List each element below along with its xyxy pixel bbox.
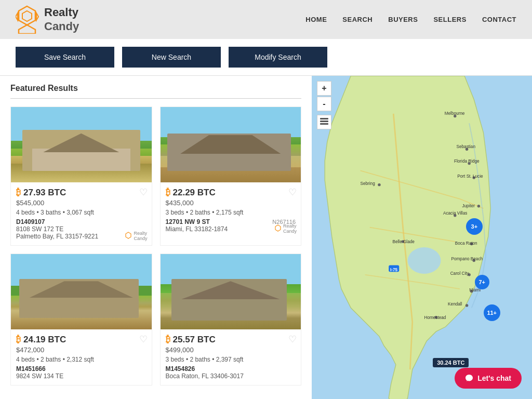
listing-mls-3: M1451666	[16, 365, 147, 373]
layers-icon	[320, 118, 328, 126]
map-svg: Melbourne Sebastian Florida Ridge Sebrin…	[312, 76, 532, 399]
chat-icon	[465, 374, 473, 382]
listing-mls-1: D1409107	[16, 218, 147, 225]
svg-marker-2	[19, 25, 35, 34]
listing-image-4	[161, 254, 301, 329]
map-controls: + -	[317, 81, 331, 129]
listing-info-2: ₿ 22.29 BTC ♡ $435,000 3 beds • 2 baths …	[161, 182, 301, 238]
svg-point-12	[378, 183, 380, 186]
svg-text:Carol City: Carol City	[450, 271, 470, 276]
svg-point-21	[466, 304, 468, 307]
listings-grid: ₿ 27.93 BTC ♡ $545,000 4 beds • 3 baths …	[10, 107, 301, 385]
listing-details-1: 4 beds • 3 baths • 3,067 sqft	[16, 209, 147, 216]
nav-sellers[interactable]: SELLERS	[433, 16, 466, 23]
svg-marker-1	[22, 11, 32, 21]
btc-price-1: ₿ 27.93 BTC	[16, 188, 147, 198]
svg-marker-4	[36, 13, 38, 20]
listings-panel: Featured Results ₿ 27.93 BTC ♡ $545,000	[0, 76, 312, 399]
realty-watermark-1: RealtyCandy	[125, 231, 147, 241]
svg-text:Acacia Villas: Acacia Villas	[443, 211, 467, 216]
listing-card-4: ₿ 25.57 BTC ♡ $499,000 3 beds • 2 baths …	[160, 254, 302, 385]
btc-price-4: ₿ 25.57 BTC	[166, 335, 296, 345]
nav-search[interactable]: SEARCH	[342, 16, 373, 23]
svg-text:Homestead: Homestead	[424, 315, 446, 320]
svg-text:Pompano Beach: Pompano Beach	[451, 257, 483, 261]
listing-card-2: ₿ 22.29 BTC ♡ $435,000 3 beds • 2 baths …	[160, 107, 302, 246]
header: Realty Candy HOME SEARCH BUYERS SELLERS …	[0, 0, 532, 39]
main-content: Featured Results ₿ 27.93 BTC ♡ $545,000	[0, 76, 532, 399]
map-cluster-3[interactable]: 11+	[484, 304, 500, 321]
svg-marker-5	[126, 232, 131, 238]
watermark-icon-1	[125, 232, 132, 240]
svg-marker-6	[275, 225, 281, 231]
divider	[10, 98, 301, 99]
map-cluster-1[interactable]: 3+	[466, 218, 483, 235]
main-nav: HOME SEARCH BUYERS SELLERS CONTACT	[305, 16, 516, 23]
listing-address-4: Boca Raton, FL 33406-3017	[166, 373, 296, 380]
listing-card-3: ₿ 24.19 BTC ♡ $472,000 4 beds • 2 baths …	[10, 254, 152, 385]
svg-text:Jupiter: Jupiter	[462, 204, 475, 208]
svg-point-8	[408, 247, 441, 274]
usd-price-1: $545,000	[16, 199, 147, 207]
nav-home[interactable]: HOME	[305, 16, 327, 23]
svg-text:Sebring: Sebring	[361, 181, 376, 186]
svg-text:Melbourne: Melbourne	[445, 111, 465, 116]
map-container: Melbourne Sebastian Florida Ridge Sebrin…	[312, 76, 532, 399]
save-search-button[interactable]: Save Search	[16, 47, 114, 68]
map-panel: Melbourne Sebastian Florida Ridge Sebrin…	[312, 76, 532, 399]
listing-mls-2: 12701 NW 9 ST	[166, 218, 210, 225]
map-cluster-2[interactable]: 7+	[475, 275, 489, 289]
svg-rect-41	[320, 123, 328, 125]
favorite-button-3[interactable]: ♡	[139, 334, 148, 345]
listing-info-4: ₿ 25.57 BTC ♡ $499,000 3 beds • 2 baths …	[161, 329, 301, 385]
listing-mls-4: M1454826	[166, 365, 296, 373]
logo-text: Realty Candy	[44, 6, 79, 33]
logo: Realty Candy	[16, 5, 79, 34]
nav-contact[interactable]: CONTACT	[482, 16, 516, 23]
svg-marker-0	[19, 6, 35, 25]
usd-price-3: $472,000	[16, 346, 147, 354]
svg-rect-39	[320, 118, 328, 119]
layers-button[interactable]	[317, 115, 331, 129]
modify-search-button[interactable]: Modify Search	[229, 47, 327, 68]
new-search-button[interactable]: New Search	[122, 47, 221, 68]
svg-text:Kendall: Kendall	[448, 302, 462, 307]
svg-text:Boca Raton: Boca Raton	[455, 241, 477, 246]
realty-watermark-2: RealtyCandy	[274, 223, 297, 234]
btc-price-3: ₿ 24.19 BTC	[16, 335, 147, 345]
action-bar: Save Search New Search Modify Search	[0, 39, 532, 76]
favorite-button-2[interactable]: ♡	[288, 187, 297, 198]
svg-rect-40	[320, 121, 328, 122]
svg-point-14	[477, 205, 480, 207]
svg-text:I-75: I-75	[390, 268, 398, 272]
listing-address-3: 9824 SW 134 TE	[16, 373, 147, 380]
listing-details-3: 4 beds • 2 baths • 2,312 sqft	[16, 356, 147, 363]
listing-details-2: 3 beds • 2 baths • 2,175 sqft	[166, 209, 296, 216]
listing-info-3: ₿ 24.19 BTC ♡ $472,000 4 beds • 2 baths …	[11, 329, 152, 385]
zoom-in-button[interactable]: +	[317, 81, 331, 96]
nav-buyers[interactable]: BUYERS	[388, 16, 418, 23]
svg-text:Belle Glade: Belle Glade	[392, 240, 415, 244]
listing-image-2	[161, 107, 301, 182]
svg-marker-3	[16, 13, 18, 20]
btc-price-2: ₿ 22.29 BTC	[166, 188, 296, 198]
watermark-icon-2	[274, 224, 282, 233]
listing-details-4: 3 beds • 2 baths • 2,397 sqft	[166, 356, 296, 363]
favorite-button-4[interactable]: ♡	[288, 334, 297, 345]
chat-button[interactable]: Let's chat	[455, 368, 522, 389]
logo-icon	[16, 5, 39, 34]
listing-image-1	[11, 107, 152, 182]
map-price-label[interactable]: 30.24 BTC	[433, 358, 469, 367]
svg-text:Port St. Lucie: Port St. Lucie	[457, 174, 483, 179]
listing-card: ₿ 27.93 BTC ♡ $545,000 4 beds • 3 baths …	[10, 107, 152, 246]
svg-text:Sebastian: Sebastian	[457, 144, 476, 149]
favorite-button-1[interactable]: ♡	[139, 187, 148, 198]
svg-text:Florida Ridge: Florida Ridge	[454, 159, 480, 164]
featured-results-title: Featured Results	[10, 84, 301, 93]
usd-price-4: $499,000	[166, 346, 296, 354]
usd-price-2: $435,000	[166, 199, 296, 207]
zoom-out-button[interactable]: -	[317, 97, 331, 111]
listing-image-3	[11, 254, 152, 329]
listing-info-1: ₿ 27.93 BTC ♡ $545,000 4 beds • 3 baths …	[11, 182, 152, 245]
